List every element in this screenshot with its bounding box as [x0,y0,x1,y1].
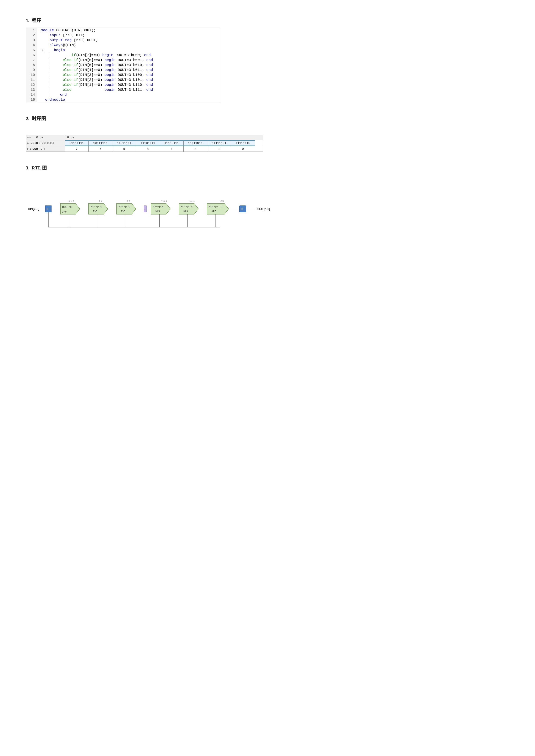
line-num-10: 10 [26,72,37,77]
svg-marker-33 [179,203,198,214]
svg-text:0: 0 [69,200,70,202]
section1-heading: 程序 [32,17,41,24]
code-line-3: 3 output reg [2:0] DOUT; [26,38,220,43]
timing-row-dout: ▷ ▷ DOUT U 7 7 6 5 4 3 2 1 0 [26,146,263,151]
line-content-4: always@(DIN) [37,43,79,48]
svg-text:4: 4 [101,200,102,202]
din-cell-5: 11111011 [183,140,207,146]
code-line-5: 5 ⊟ begin [26,48,220,53]
line-num-2: 2 [26,33,37,38]
code-line-13: 13 else begin DOUT=3'b111; end [26,87,220,92]
line-content-11: else if(DIN[2]==0) begin DOUT=3'b101; en… [37,77,156,82]
code-line-12: 12 else if(DIN[1]==0) begin DOUT=3'b110;… [26,82,220,87]
line-content-10: else if(DIN[3]==0) begin DOUT=3'b100; en… [37,72,156,77]
din-expand-icon2[interactable]: ▷ [30,141,32,145]
code-line-9: 9 else if(DIN[4]==0) begin DOUT=3'b011; … [26,68,220,72]
timing-row-din: ▷ ▷ DIN 8'01111111 01111111 10111111 110… [26,140,263,146]
svg-text:DOUT~[4..3]: DOUT~[4..3] [118,205,130,208]
dout-cell-4: 3 [160,146,183,151]
din-cell-3: 11101111 [136,140,160,146]
svg-text:DOUT~[13..11]: DOUT~[13..11] [208,205,222,208]
line-num-5: 5 [26,48,37,53]
section1-title: 1. 程序 [26,17,509,24]
timing-label-dout: ▷ ▷ DOUT U 7 [26,146,65,151]
line-content-13: else begin DOUT=3'b111; end [37,87,156,92]
section2-heading: 时序图 [32,115,46,122]
timing-data-dout: 7 6 5 4 3 2 1 0 [65,146,263,151]
svg-text:DOUT=0: DOUT=0 [62,206,71,208]
collapse-icon-5[interactable]: ⊟ [41,49,44,52]
svg-text:DOUT~[7..5]: DOUT~[7..5] [152,205,164,208]
section1-number: 1. [26,18,30,23]
svg-marker-26 [151,203,170,214]
code-line-6: 6 if(DIN[7]==0) begin DOUT=3'b000; end [26,53,220,58]
svg-text:8: 8 [163,200,165,202]
timing-arrow: ←→ [27,136,31,139]
line-num-14: 14 [26,92,37,97]
section3-heading: RTL 图 [32,165,47,171]
dout-cell-5: 2 [183,146,207,151]
code-line-2: 2 input [7:0] DIN; [26,33,220,38]
svg-text:S: S [144,208,145,210]
svg-text:2'h3: 2'h3 [93,210,97,213]
line-content-14: end [37,92,70,97]
dout-cell-0: 7 [65,146,89,151]
svg-text:1: 1 [71,200,72,202]
section2-title: 2. 时序图 [26,115,509,122]
svg-text:DOUT~[10..8]: DOUT~[10..8] [180,205,193,208]
line-content-9: else if(DIN[4]==0) begin DOUT=3'b011; en… [37,68,156,72]
section2-number: 2. [26,116,30,122]
line-num-6: 6 [26,53,37,58]
rtl-svg: DIN[7..0] D DOUT=0 1'h0 0 1 2 DOUT~[2..1… [26,184,328,244]
line-num-11: 11 [26,77,37,82]
svg-text:7: 7 [161,200,162,202]
line-content-1: module CODER83(DIN,DOUT); [37,28,99,33]
line-num-7: 7 [26,58,37,63]
line-content-15: endmodule [37,97,69,102]
dout-cell-1: 6 [89,146,112,151]
timing-header-left: ←→ 0 ps [26,135,65,140]
line-num-12: 12 [26,82,37,87]
dout-cell-2: 5 [112,146,136,151]
din-value: 8'01111111 [39,142,54,145]
line-content-12: else if(DIN[1]==0) begin DOUT=3'b110; en… [37,82,156,87]
svg-text:3: 3 [99,200,100,202]
line-content-2: input [7:0] DIN; [37,33,88,38]
rtl-diagram-container: DIN[7..0] D DOUT=0 1'h0 0 1 2 DOUT~[2..1… [26,184,328,244]
svg-text:9: 9 [166,200,167,202]
svg-text:DOUT[2..0]: DOUT[2..0] [256,207,270,211]
code-line-4: 4 always@(DIN) [26,43,220,48]
line-content-7: else if(DIN[6]==0) begin DOUT=3'b001; en… [37,58,156,63]
timing-data-din: 01111111 10111111 11011111 11101111 1111… [65,140,263,146]
svg-text:6: 6 [129,200,130,202]
svg-text:DOUT~[2..1]: DOUT~[2..1] [90,205,102,208]
code-line-14: 14 end [26,92,220,97]
svg-text:3'h5: 3'h5 [155,210,160,213]
line-content-8: else if(DIN[5]==0) begin DOUT=3'b010; en… [37,63,156,68]
dout-expand-icon[interactable]: ▷ [27,147,29,150]
timing-label-din: ▷ ▷ DIN 8'01111111 [26,140,65,146]
svg-text:5: 5 [127,200,128,202]
svg-text:3'h3: 3'h3 [183,210,188,213]
svg-text:13: 13 [222,200,224,202]
svg-marker-11 [88,203,108,214]
dout-expand-icon2[interactable]: ▷ [30,147,32,151]
line-num-15: 15 [26,97,37,102]
timing-header: ←→ 0 ps 0 ps [26,135,263,140]
line-num-1: 1 [26,28,37,33]
din-cell-0: 01111111 [65,140,89,146]
code-line-7: 7 else if(DIN[6]==0) begin DOUT=3'b001; … [26,58,220,63]
svg-text:DIN[7..0]: DIN[7..0] [28,207,39,211]
code-line-8: 8 else if(DIN[5]==0) begin DOUT=3'b010; … [26,63,220,68]
code-line-11: 11 else if(DIN[2]==0) begin DOUT=3'b101;… [26,77,220,82]
din-expand-icon[interactable]: ▷ [27,142,29,145]
dout-cell-6: 1 [207,146,231,151]
svg-text:D: D [241,207,243,211]
svg-text:2'h0: 2'h0 [121,210,125,213]
section3-number: 3. [26,165,30,171]
svg-marker-17 [117,203,136,214]
line-num-9: 9 [26,68,37,72]
din-cell-6: 11111101 [207,140,231,146]
svg-text:2: 2 [73,200,74,202]
timing-0ps: 0 ps [67,136,74,139]
